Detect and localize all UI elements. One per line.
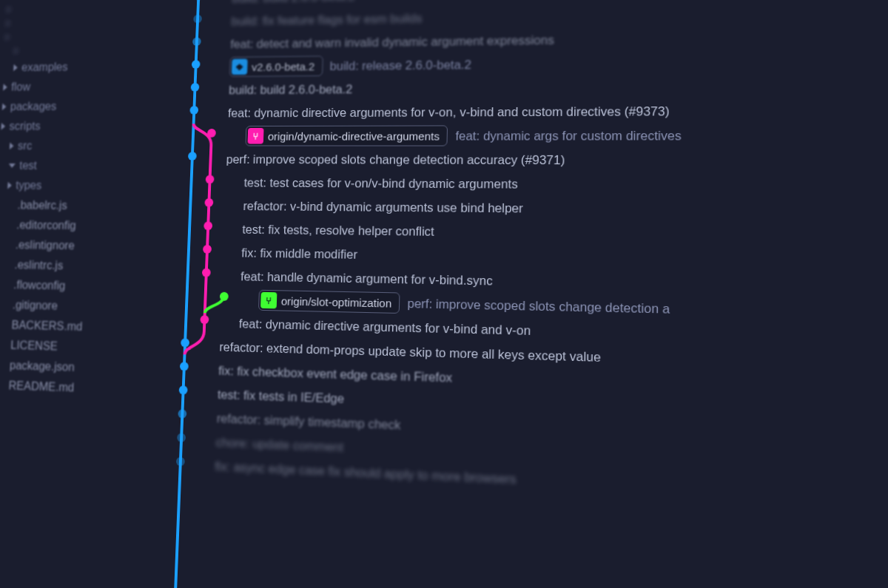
commit-message: chore: update comment bbox=[215, 435, 343, 454]
chevron-right-icon bbox=[2, 104, 7, 110]
commit-message: fix: fix checkbox event edge case in Fir… bbox=[218, 363, 452, 385]
file-tree-file[interactable]: .eslintignore bbox=[0, 234, 147, 257]
commit-message: feat: handle dynamic argument for v-bind… bbox=[240, 269, 493, 288]
chevron-right-icon bbox=[7, 182, 12, 189]
commit-message: feat: dynamic args for custom directives bbox=[455, 128, 682, 143]
tag-icon: ❖ bbox=[232, 59, 248, 75]
commit-message: test: fix tests, resolve helper conflict bbox=[242, 222, 434, 238]
tree-item-label: .gitignore bbox=[13, 299, 58, 313]
commit-message: feat: detect and warn invalid dynamic ar… bbox=[230, 33, 554, 51]
tree-item-label: packages bbox=[10, 100, 56, 112]
tree-item-label: types bbox=[16, 179, 42, 192]
chip-label: origin/slot-optimization bbox=[281, 294, 392, 309]
tree-item-label: LICENSE bbox=[10, 339, 58, 353]
file-tree: examplesflowpackagesscriptssrctesttypes.… bbox=[0, 0, 163, 588]
file-tree-folder[interactable]: examples bbox=[1, 56, 154, 78]
file-tree-file[interactable]: .editorconfig bbox=[0, 215, 148, 237]
commit-message: perf: improve scoped slots change detect… bbox=[407, 296, 670, 316]
chevron-right-icon bbox=[3, 84, 7, 90]
tree-item-label: .editorconfig bbox=[16, 219, 76, 232]
file-tree-folder[interactable]: packages bbox=[0, 96, 152, 117]
tree-item-label: README.md bbox=[8, 379, 74, 395]
chevron-down-icon bbox=[9, 163, 16, 168]
commit-message: refactor: simplify timestamp check bbox=[217, 411, 401, 433]
tree-item-label: .eslintignore bbox=[16, 239, 75, 252]
tree-item-label: flow bbox=[11, 81, 31, 93]
git-history-panel: build: build 2.6.0-beta.2build: fix feat… bbox=[136, 0, 888, 588]
chevron-right-icon bbox=[10, 143, 14, 150]
file-tree-folder[interactable]: test bbox=[0, 156, 150, 177]
file-tree-file[interactable]: README.md bbox=[0, 375, 141, 401]
tree-item-label: examples bbox=[21, 61, 68, 74]
commit-message: test: test cases for v-on/v-bind dynamic… bbox=[243, 175, 518, 191]
branch-chip[interactable]: ⑂origin/dynamic-directive-arguments bbox=[245, 125, 448, 146]
chevron-right-icon bbox=[1, 123, 5, 129]
commit-message: fix: fix middle modifier bbox=[241, 246, 357, 261]
commit-message: build: build 2.6.0-beta.2 bbox=[232, 0, 355, 5]
tree-item-label: scripts bbox=[9, 120, 41, 132]
branch-icon: ⑂ bbox=[247, 128, 263, 144]
tree-item-label: package.json bbox=[10, 359, 75, 374]
tree-item-label: test bbox=[19, 159, 37, 172]
commit-message: build: release 2.6.0-beta.2 bbox=[329, 58, 471, 73]
chip-label: origin/dynamic-directive-arguments bbox=[268, 129, 440, 142]
commit-message: build: fix feature flags for esm builds bbox=[231, 11, 422, 28]
tree-item-label: .babelrc.js bbox=[17, 199, 67, 212]
file-tree-file[interactable]: .eslintrc.js bbox=[0, 254, 146, 277]
commit-message: build: build 2.6.0-beta.2 bbox=[229, 82, 353, 97]
file-tree-file[interactable]: .babelrc.js bbox=[0, 195, 149, 217]
file-tree-folder[interactable]: src bbox=[0, 136, 151, 156]
commit-message: perf: improve scoped slots change detect… bbox=[226, 152, 565, 167]
commit-message: feat: dynamic directive arguments for v-… bbox=[239, 317, 531, 338]
file-tree-folder[interactable] bbox=[2, 42, 155, 58]
commit-row[interactable]: perf: improve scoped slots change detect… bbox=[226, 147, 888, 173]
chevron-right-icon bbox=[6, 20, 10, 27]
chevron-right-icon bbox=[13, 64, 18, 71]
tree-item-label: .flowconfig bbox=[13, 279, 66, 293]
file-tree-file[interactable]: .flowconfig bbox=[0, 274, 145, 297]
commit-message: feat: dynamic directive arguments for v-… bbox=[228, 104, 670, 119]
tree-item-label: .eslintrc.js bbox=[14, 259, 63, 273]
commit-message: refactor: v-bind dynamic arguments use b… bbox=[243, 199, 523, 215]
tree-item-label: BACKERS.md bbox=[11, 319, 83, 334]
commit-row[interactable]: feat: dynamic directive arguments for v-… bbox=[227, 97, 888, 124]
chip-label: v2.6.0-beta.2 bbox=[252, 60, 315, 72]
chevron-right-icon bbox=[6, 34, 10, 41]
tree-item-label: src bbox=[18, 140, 33, 152]
chevron-right-icon bbox=[14, 47, 18, 54]
branch-chip[interactable]: ⑂origin/slot-optimization bbox=[258, 290, 400, 314]
commit-list: build: build 2.6.0-beta.2build: fix feat… bbox=[143, 0, 888, 513]
commit-message: test: fix tests in IE/Edge bbox=[218, 387, 345, 405]
chevron-right-icon bbox=[7, 6, 11, 13]
branch-icon: ⑂ bbox=[260, 292, 277, 308]
file-tree-folder[interactable]: types bbox=[0, 175, 149, 196]
commit-row[interactable]: ⑂origin/dynamic-directive-argumentsfeat:… bbox=[226, 123, 888, 148]
file-tree-folder[interactable]: flow bbox=[0, 76, 153, 97]
file-tree-folder[interactable]: scripts bbox=[0, 116, 152, 136]
tag-chip[interactable]: ❖v2.6.0-beta.2 bbox=[229, 55, 323, 77]
